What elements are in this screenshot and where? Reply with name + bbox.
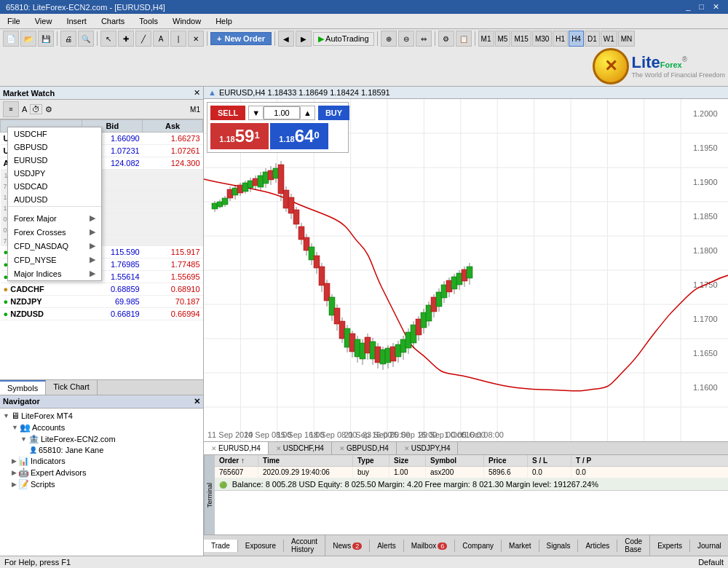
terminal-row-1[interactable]: 765607 2020.09.29 19:40:06 buy 1.00 asx2… <box>215 467 728 478</box>
mw-btn4[interactable]: ⚙ <box>44 105 54 114</box>
close-btn[interactable]: ✕ <box>710 2 722 12</box>
nav-accounts[interactable]: ▼ 👥 Accounts <box>10 422 202 433</box>
chart-tab-usdchf[interactable]: ✕USDCHF,H4 <box>269 442 332 454</box>
navigator-close[interactable]: ✕ <box>194 397 200 406</box>
period-m5[interactable]: M5 <box>495 31 511 47</box>
nav-liteforex-ecn2[interactable]: ▼ 🏦 LiteForex-ECN2.com <box>19 433 202 445</box>
bottom-tab-articles[interactable]: Articles <box>578 540 617 552</box>
period-m15[interactable]: M15 <box>511 31 531 47</box>
print-btn[interactable]: 🖨 <box>60 31 76 47</box>
chart-tab-gbpusd[interactable]: ✕GBPUSD,H4 <box>332 442 397 454</box>
menu-view[interactable]: View <box>31 15 57 27</box>
save-btn[interactable]: 💾 <box>38 31 54 47</box>
text-btn[interactable]: A <box>153 31 169 47</box>
period-h1[interactable]: H1 <box>553 31 568 47</box>
sell-button[interactable]: SELL <box>210 106 245 120</box>
menu-tools[interactable]: Tools <box>135 15 162 27</box>
period-m1[interactable]: M1 <box>478 31 494 47</box>
dropdown-item-major-indices[interactable]: Major Indices ▶ <box>8 267 101 280</box>
bottom-tab-mailbox[interactable]: Mailbox6 <box>404 540 455 552</box>
mw-row-cadchf[interactable]: ● CADCHF 0.68859 0.68910 <box>1 283 203 296</box>
bottom-tab-exposure[interactable]: Exposure <box>238 540 284 552</box>
chart-tab-usdjpy-close[interactable]: ✕ <box>404 445 410 452</box>
period-w1[interactable]: W1 <box>601 31 617 47</box>
market-watch-close[interactable]: ✕ <box>194 88 200 98</box>
menu-file[interactable]: File <box>3 15 25 27</box>
lot-increase[interactable]: ▲ <box>300 107 314 119</box>
mw-btn1[interactable]: ≡ <box>3 101 19 117</box>
chart-tab-eurusd-close[interactable]: ✕ <box>211 445 217 452</box>
mw-tab-tick[interactable]: Tick Chart <box>46 380 98 395</box>
cursor-btn[interactable]: ↖ <box>100 31 116 47</box>
zoom-out-btn[interactable]: ⊖ <box>398 31 414 47</box>
col-tp[interactable]: T / P <box>571 455 615 466</box>
nav-liteforex-mt4[interactable]: ▼ 🖥 LiteForex MT4 <box>1 410 202 422</box>
bottom-tab-alerts[interactable]: Alerts <box>370 540 404 552</box>
new-order-button[interactable]: + New Order <box>210 32 272 45</box>
line-btn[interactable]: ╱ <box>135 31 151 47</box>
dropdown-item-forex-crosses[interactable]: Forex Crosses ▶ <box>8 225 101 239</box>
props-btn[interactable]: ⚙ <box>438 31 454 47</box>
bottom-tab-codebase[interactable]: Code Base <box>617 535 650 556</box>
chart-tab-eurusd[interactable]: ✕EURUSD,H4 <box>204 442 269 454</box>
col-price[interactable]: Price <box>484 455 528 466</box>
mw-row-nzdjpy[interactable]: ● NZDJPY 69.985 70.187 <box>1 296 203 308</box>
menu-help[interactable]: Help <box>211 15 237 27</box>
nav-scripts[interactable]: ▶ 📝 Scripts <box>10 478 202 490</box>
autotrading-button[interactable]: ▶ AutoTrading <box>313 32 374 46</box>
dropdown-item-forex-major[interactable]: Forex Major ▶ <box>8 211 101 225</box>
period-m30[interactable]: M30 <box>532 31 552 47</box>
chart-tab-usdjpy[interactable]: ✕USDJPY,H4 <box>397 442 459 454</box>
menu-insert[interactable]: Insert <box>62 15 91 27</box>
dropdown-item-usdjpy[interactable]: USDJPY <box>8 167 101 180</box>
col-type[interactable]: Type <box>353 455 389 466</box>
mw-btn2[interactable]: A <box>20 105 28 114</box>
lot-decrease[interactable]: ▼ <box>249 107 264 119</box>
dropdown-item-cfd-nyse[interactable]: CFD_NYSE ▶ <box>8 253 101 267</box>
chart-canvas[interactable]: 1.2000 1.1950 1.1900 1.1850 1.1800 1.175… <box>204 99 728 441</box>
terminal-label[interactable]: Terminal <box>204 455 215 535</box>
dropdown-item-usdcad[interactable]: USDCAD <box>8 180 101 193</box>
bottom-tab-company[interactable]: Company <box>455 540 502 552</box>
forward-btn[interactable]: ▶ <box>296 31 312 47</box>
mw-period[interactable]: M1 <box>190 106 200 114</box>
col-sl[interactable]: S / L <box>528 455 571 466</box>
period-d1[interactable]: D1 <box>585 31 600 47</box>
mw-row-nzdusd[interactable]: ● NZDUSD 0.66819 0.66994 <box>1 308 203 320</box>
lot-input[interactable] <box>264 106 300 119</box>
bottom-tab-market[interactable]: Market <box>502 540 539 552</box>
period-mn[interactable]: MN <box>618 31 636 47</box>
fit-btn[interactable]: ⇔ <box>416 31 432 47</box>
dropdown-item-eurusd[interactable]: EURUSD <box>8 154 101 167</box>
back-btn[interactable]: ◀ <box>278 31 294 47</box>
crosshair-btn[interactable]: ✚ <box>118 31 134 47</box>
maximize-btn[interactable]: □ <box>696 2 707 12</box>
col-order[interactable]: Order ↑ <box>215 455 258 466</box>
zoom-in-btn[interactable]: ⊕ <box>381 31 397 47</box>
col-symbol[interactable]: Symbol <box>426 455 484 466</box>
menu-charts[interactable]: Charts <box>97 15 129 27</box>
dropdown-item-usdchf[interactable]: USDCHF <box>8 127 101 141</box>
col-time[interactable]: Time <box>258 455 353 466</box>
menu-window[interactable]: Window <box>168 15 205 27</box>
nav-expert-advisors[interactable]: ▶ 🤖 Expert Advisors <box>10 467 202 478</box>
bottom-tab-experts[interactable]: Experts <box>650 540 690 552</box>
open-btn[interactable]: 📂 <box>20 31 36 47</box>
delete-btn[interactable]: ✕ <box>188 31 204 47</box>
mw-btn3[interactable]: ⏱ <box>30 104 42 114</box>
chart-tab-gbpusd-close[interactable]: ✕ <box>339 445 345 452</box>
period-sep-btn[interactable]: | <box>170 31 186 47</box>
col-size[interactable]: Size <box>389 455 426 466</box>
bottom-tab-account-history[interactable]: Account History <box>284 535 325 556</box>
nav-account-65810[interactable]: 👤 65810: Jane Kane <box>28 445 202 455</box>
dropdown-item-audusd[interactable]: AUDUSD <box>8 193 101 206</box>
new-chart-btn[interactable]: 📄 <box>3 31 19 47</box>
buy-button[interactable]: BUY <box>318 106 349 120</box>
period-h4[interactable]: H4 <box>569 31 584 47</box>
zoom-btn[interactable]: 🔍 <box>78 31 94 47</box>
bottom-tab-journal[interactable]: Journal <box>690 540 728 552</box>
template-btn[interactable]: 📋 <box>456 31 472 47</box>
dropdown-item-cfd-nasdaq[interactable]: CFD_NASDAQ ▶ <box>8 239 101 253</box>
dropdown-item-gbpusd[interactable]: GBPUSD <box>8 141 101 154</box>
chart-tab-usdchf-close[interactable]: ✕ <box>276 445 282 452</box>
